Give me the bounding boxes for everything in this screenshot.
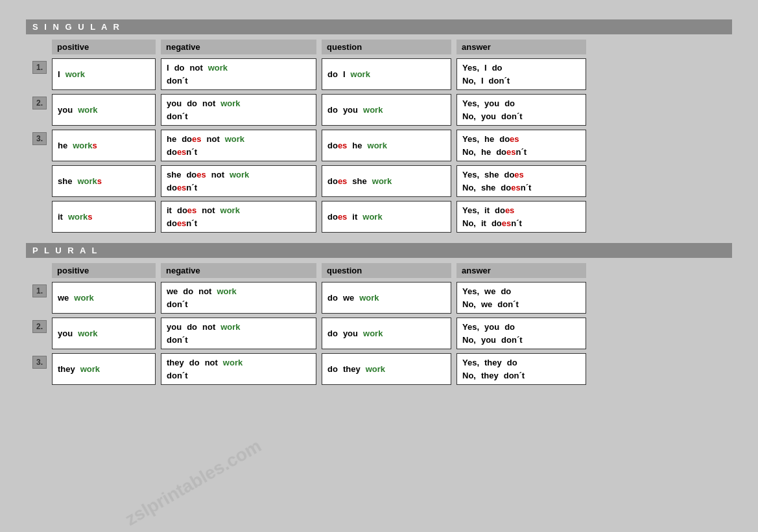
p3-a-p5: they bbox=[481, 369, 499, 382]
plural-badge-3: 3. bbox=[32, 356, 47, 369]
cell-s2-answer: Yes, you do No, you don´t bbox=[456, 94, 586, 126]
s1-a-p6: don´t bbox=[489, 75, 510, 87]
col-header-positive-p: positive bbox=[52, 263, 156, 278]
s1-pos-pronoun: I bbox=[58, 68, 60, 81]
s1-neg-p4: work bbox=[208, 62, 228, 75]
cell-s1-answer: Yes, I do No, I don´t bbox=[456, 58, 586, 90]
cell-s1-question: do I work bbox=[322, 58, 451, 90]
s1-neg-p1: I bbox=[167, 62, 169, 75]
p2-neg-p5: don´t bbox=[167, 334, 187, 347]
s3she-a-p4: No, bbox=[462, 181, 476, 194]
plural-badge-2: 2. bbox=[32, 320, 47, 333]
s3he-a-p4: No, bbox=[462, 146, 476, 159]
s3he-a-p1: Yes, bbox=[462, 133, 479, 146]
plural-section: P L U R A L positive negative question a… bbox=[26, 243, 732, 385]
singular-row-3: 3. he works he does bbox=[26, 130, 732, 233]
col-header-answer-s: answer bbox=[456, 40, 586, 54]
s1-a-p1: Yes, bbox=[462, 62, 479, 75]
col-header-negative-p: negative bbox=[161, 263, 316, 278]
cell-s3it-answer: Yes, it does No, it doesn´t bbox=[456, 201, 586, 233]
plural-col-headers: positive negative question answer bbox=[52, 263, 732, 278]
p1-neg-p1: we bbox=[167, 285, 178, 298]
s3he-neg-p4: work bbox=[225, 133, 244, 146]
p3-neg-p5: don´t bbox=[167, 369, 187, 382]
s3it-a-p4: No, bbox=[462, 217, 476, 230]
s2-neg-p5: don´t bbox=[167, 110, 187, 123]
cell-s3he-positive: he works bbox=[52, 130, 156, 161]
row-2-cells: you work you do not work don´t bbox=[52, 94, 586, 126]
row-num-1: 1. bbox=[26, 58, 52, 72]
s2-a-p1: Yes, bbox=[462, 97, 479, 110]
p3-q-p2: they bbox=[343, 363, 361, 376]
p1-neg-p5: don´t bbox=[167, 298, 187, 311]
s2-a-p2: you bbox=[484, 97, 499, 110]
s2-pos-p1: you bbox=[58, 104, 73, 117]
s2-neg-p2: do bbox=[187, 97, 197, 110]
s3she-q-p2: she bbox=[352, 175, 366, 188]
s3it-neg-p3: not bbox=[202, 204, 215, 217]
p1-neg-p3: not bbox=[198, 285, 211, 298]
s3she-neg-p2: does bbox=[186, 168, 206, 181]
singular-col-headers: positive negative question answer bbox=[52, 40, 732, 54]
p1-a-p3: do bbox=[501, 285, 511, 298]
cell-s2-positive: you work bbox=[52, 94, 156, 126]
p2-a-p3: do bbox=[504, 321, 515, 334]
s3it-q-p1: does bbox=[327, 211, 347, 224]
s3she-neg-p1: she bbox=[167, 168, 181, 181]
s3it-a-p6: doesn´t bbox=[492, 217, 522, 230]
cell-p1-positive: we work bbox=[52, 282, 156, 314]
p1-neg-p4: work bbox=[217, 285, 236, 298]
num-badge-2: 2. bbox=[32, 97, 47, 110]
row-3-she: she works she does not work bbox=[52, 165, 586, 197]
cell-s1-negative: I do not work don´t bbox=[161, 58, 316, 90]
plural-num-2: 2. bbox=[26, 318, 52, 331]
col-header-answer-p: answer bbox=[456, 263, 586, 278]
p-row-3-cells: they work they do not work don´t bbox=[52, 353, 586, 385]
singular-row-1: 1. I work I do not bbox=[26, 58, 732, 90]
cell-s3he-answer: Yes, he does No, he doesn´t bbox=[456, 130, 586, 161]
s1-q-p1: do bbox=[327, 68, 338, 81]
p3-pos-p2: work bbox=[80, 363, 100, 376]
p2-neg-p3: not bbox=[202, 321, 215, 334]
plural-row-2: 2. you work you do not work bbox=[26, 318, 732, 349]
p3-q-p3: work bbox=[366, 363, 385, 376]
s3it-q-p3: work bbox=[362, 211, 382, 224]
cell-p2-positive: you work bbox=[52, 318, 156, 349]
s2-neg-p3: not bbox=[202, 97, 215, 110]
s1-a-p3: do bbox=[492, 62, 503, 75]
cell-s3it-question: does it work bbox=[322, 201, 451, 233]
cell-p3-question: do they work bbox=[322, 353, 451, 385]
p2-pos-p2: work bbox=[78, 327, 97, 340]
p2-a-p2: you bbox=[484, 321, 499, 334]
s2-a-p4: No, bbox=[462, 110, 476, 123]
num-badge-3: 3. bbox=[32, 132, 47, 145]
s1-a-p2: I bbox=[484, 62, 487, 75]
cell-p3-negative: they do not work don´t bbox=[161, 353, 316, 385]
cell-s2-question: do you work bbox=[322, 94, 451, 126]
row-num-3: 3. bbox=[26, 130, 52, 143]
p3-a-p3: do bbox=[507, 356, 517, 369]
s3he-q-p2: he bbox=[352, 139, 362, 152]
s2-q-p2: you bbox=[343, 104, 358, 117]
s3he-pos-p1: he bbox=[58, 139, 67, 152]
cell-p1-answer: Yes, we do No, we don´t bbox=[456, 282, 586, 314]
s3he-neg-p5: doesn´t bbox=[167, 146, 197, 159]
cell-s3it-negative: it does not work doesn´t bbox=[161, 201, 316, 233]
row-3-he: he works he does not work bbox=[52, 130, 586, 161]
p1-q-p1: do bbox=[327, 292, 338, 305]
p2-q-p3: work bbox=[363, 327, 383, 340]
singular-header: S I N G U L A R bbox=[26, 19, 732, 34]
s3she-a-p3: does bbox=[504, 168, 523, 181]
p2-a-p1: Yes, bbox=[462, 321, 479, 334]
cell-s3it-positive: it works bbox=[52, 201, 156, 233]
s1-neg-p3: not bbox=[190, 62, 203, 75]
p3-a-p6: don´t bbox=[504, 369, 525, 382]
p3-pos-p1: they bbox=[58, 363, 75, 376]
s1-pos-verb: work bbox=[65, 68, 85, 81]
s2-q-p3: work bbox=[363, 104, 383, 117]
p1-a-p5: we bbox=[481, 298, 492, 311]
cell-p1-question: do we work bbox=[322, 282, 451, 314]
singular-row-2: 2. you work you do not work bbox=[26, 94, 732, 126]
s1-a-p4: No, bbox=[462, 75, 476, 87]
p3-a-p2: they bbox=[484, 356, 502, 369]
